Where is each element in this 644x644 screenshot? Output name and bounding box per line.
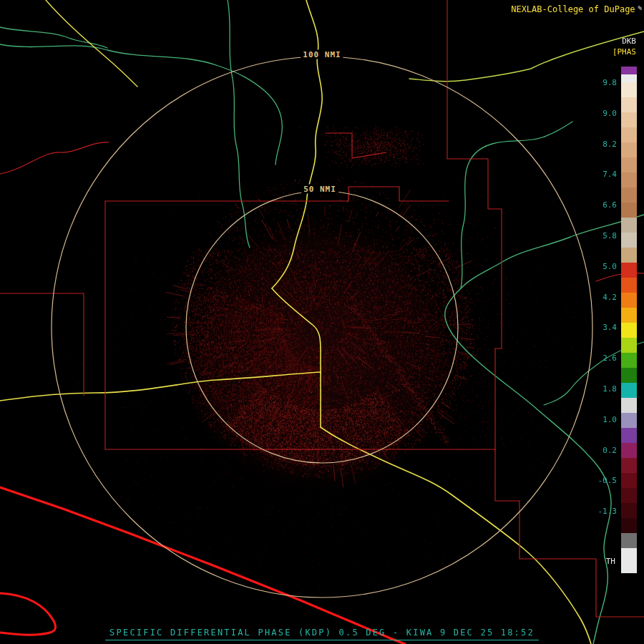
county-line	[0, 142, 109, 174]
colorbar-segment	[621, 112, 637, 127]
colorbar-segment	[621, 473, 637, 488]
road-line	[409, 31, 644, 82]
colorbar-segment	[621, 368, 637, 383]
colorbar-scale-label: [PHAS	[613, 47, 636, 57]
county-line	[326, 133, 386, 158]
colorbar-segment	[621, 157, 637, 172]
colorbar-segment	[621, 203, 637, 218]
colorbar-tick-label: 7.4	[602, 170, 617, 179]
highway-line	[0, 372, 321, 401]
county-line	[0, 293, 84, 396]
colorbar-tick-label: 9.8	[602, 78, 617, 87]
colorbar-segment	[621, 353, 637, 368]
colorbar-segment	[621, 323, 637, 338]
colorbar-segment	[621, 74, 637, 82]
colorbar-tick-label: 4.2	[602, 292, 617, 301]
colorbar-segment	[621, 338, 637, 353]
colorbar-tick-label: 5.0	[602, 261, 617, 270]
map-overlay	[0, 0, 644, 644]
colorbar-segment	[621, 383, 637, 398]
range-ring-label-50nmi: 50 NMI	[301, 185, 338, 194]
colorbar-tick-label: 8.2	[602, 139, 617, 148]
river-line	[461, 122, 572, 288]
colorbar-tick-label: 9.0	[602, 108, 617, 117]
highway-line	[272, 288, 321, 373]
colorbar-segment	[621, 533, 637, 548]
colorbar-segment	[621, 67, 637, 74]
radar-viewport: 100 NMI 50 NMI NEXLAB-College of DuPage …	[0, 0, 644, 644]
border-line	[0, 593, 55, 635]
colorbar-segment	[621, 218, 637, 233]
colorbar-segment	[621, 413, 637, 428]
colorbar-tick-label: -0.5	[598, 476, 618, 485]
colorbar-tick-label: 1.0	[602, 414, 617, 424]
colorbar-segment	[621, 172, 637, 187]
colorbar-segment	[621, 278, 637, 293]
colorbar-segment	[621, 503, 637, 518]
colorbar-tick-label: -1.3	[598, 507, 618, 516]
border-line	[0, 487, 405, 644]
colorbar-tick-label: 0.2	[602, 445, 617, 454]
colorbar-segment	[621, 187, 637, 203]
colorbar-segment	[621, 548, 637, 573]
colorbar-segment	[621, 443, 637, 458]
county-line	[447, 0, 502, 449]
colorbar-tick-label: 3.4	[602, 323, 617, 332]
brand-row: NEXLAB-College of DuPage %	[511, 4, 642, 14]
colorbar-segment	[621, 233, 637, 248]
colorbar-tick-label: 1.8	[602, 384, 617, 394]
colorbar-segment	[621, 488, 637, 503]
colorbar-segment	[621, 398, 637, 413]
range-ring-100nmi	[52, 57, 592, 597]
colorbar-tick-label: 5.8	[602, 231, 617, 240]
colorbar-scale-label-bottom: TH	[606, 557, 615, 566]
river-line	[228, 0, 250, 248]
highway-line	[321, 427, 591, 644]
colorbar-segment	[621, 127, 637, 142]
colorbar-unit-label: DKB	[622, 36, 636, 46]
brand-text: NEXLAB-College of DuPage	[511, 4, 635, 14]
colorbar-segment	[621, 428, 637, 443]
river-line	[445, 215, 644, 644]
river-line	[0, 44, 282, 165]
colorbar-tick-label: 2.6	[602, 353, 617, 363]
colorbar-segment	[621, 142, 637, 157]
colorbar-segment	[621, 97, 637, 112]
colorbar-segment	[621, 263, 637, 278]
colorbar-segment	[621, 248, 637, 263]
status-bar: SPECIFIC DIFFERENTIAL PHASE (KDP) 0.5 DE…	[105, 628, 539, 640]
colorbar-segment	[621, 458, 637, 473]
colorbar-segment	[621, 82, 637, 97]
colorbar-segment	[621, 518, 637, 533]
range-ring-50nmi	[186, 191, 458, 463]
colorbar-segment	[621, 308, 637, 323]
colorbar-segment	[621, 293, 637, 308]
range-ring-label-100nmi: 100 NMI	[301, 50, 343, 59]
colorbar-tick-label: 6.6	[602, 200, 617, 210]
colorbar	[621, 67, 637, 573]
brand-logo-mark: %	[638, 4, 642, 11]
